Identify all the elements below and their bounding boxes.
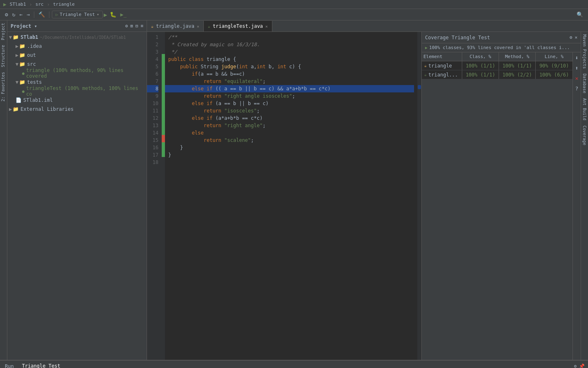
coverage-line-triangle: 90% (9/10) — [536, 61, 572, 70]
tab-close-triangletest[interactable]: ✕ — [265, 24, 268, 29]
code-line-6: if(a == b && b==c) — [168, 70, 417, 78]
tree-item-extlibs[interactable]: ▶ 📁 External Libraries — [7, 105, 147, 114]
title-icon: ▶ — [3, 1, 7, 7]
tree-item-triangletest[interactable]: ● triangleTest (100% methods, 100% lines… — [7, 87, 147, 96]
run-panel-tabs: Run Triangle Test ⚙ 📌 — [0, 361, 588, 368]
coverage-settings-icon[interactable]: ⚙ — [570, 35, 572, 40]
code-line-11: return "isosceles"; — [168, 107, 417, 114]
sidebar-header: Project ▾ ⚙ ⊞ ⊟ ≡ — [7, 20, 147, 32]
search-icon[interactable]: 🔍 — [575, 11, 585, 18]
java-icon-triangletest: ☕ — [424, 72, 427, 77]
folder-icon-idea: 📁 — [19, 43, 25, 49]
sidebar-settings-icon[interactable]: ≡ — [140, 23, 143, 29]
coverage-button[interactable]: ▶̲ — [119, 11, 129, 18]
sidebar-tab-structure[interactable]: Structure — [0, 43, 7, 70]
coverage-close-icon[interactable]: ✕ — [575, 35, 577, 40]
line-num: 18 — [147, 159, 158, 166]
tree-item-iml[interactable]: 📄 STlab1.iml — [7, 96, 147, 105]
line-num: 3 — [147, 48, 158, 56]
run-tab-run[interactable]: Run — [3, 364, 16, 368]
tree-label-extlibs: External Libraries — [20, 106, 74, 112]
folder-icon-out: 📁 — [19, 52, 25, 58]
code-line-13: return "right angle"; — [168, 122, 417, 129]
run-settings-icon[interactable]: ⚙ — [574, 364, 577, 368]
line-num: 12 — [147, 114, 158, 122]
toolbar-forward-icon[interactable]: → — [25, 11, 31, 18]
code-line-18 — [168, 159, 417, 166]
toolbar-build-icon[interactable]: 🔨 — [37, 11, 47, 18]
tree-label-iml: STlab1.iml — [23, 97, 53, 103]
sidebar-tab-favorites[interactable]: 2: Favorites — [0, 70, 7, 104]
coverage-col-line-header: Line, % — [536, 52, 572, 61]
coverage-remove-icon[interactable]: ✕ — [575, 74, 579, 82]
tab-icon-triangle: ☕ — [151, 24, 154, 29]
code-line-12: else if (a*a+b*b == c*c) — [168, 114, 417, 122]
line-num: 16 — [147, 144, 158, 151]
tab-label-triangle: triangle.java — [156, 23, 194, 29]
line-num: 17 — [147, 151, 158, 159]
run-config-label: Triangle Test — [60, 12, 95, 17]
title-sep1: › — [29, 2, 32, 7]
sidebar-gear-icon[interactable]: ⚙ — [125, 23, 128, 29]
toolbar-sync-icon[interactable]: ↻ — [11, 11, 17, 18]
right-vertical-tabs: Maven Projects Database Ant Build Covera… — [581, 32, 588, 360]
debug-button[interactable]: 🐛 — [108, 11, 118, 18]
coverage-method-triangletest: 100% (2/2) — [499, 70, 536, 79]
tab-triangle-java[interactable]: ☕ triangle.java ✕ — [147, 21, 204, 31]
right-tab-maven[interactable]: Maven Projects — [581, 32, 588, 71]
code-line-17: } — [168, 151, 417, 159]
code-line-5: public String judge(int a,int b, int c) … — [168, 63, 417, 70]
sidebar-tab-project[interactable]: Project — [0, 20, 7, 43]
run-config-chevron: ▾ — [96, 12, 99, 17]
tree-item-stlab1[interactable]: ▼ 📁 STlab1 ~/Documents/Intellideal/IDEA/… — [7, 33, 147, 42]
run-tab-triangle[interactable]: Triangle Test — [20, 363, 62, 368]
coverage-export-icon[interactable]: ⬇ — [575, 54, 579, 62]
coverage-row-triangletest[interactable]: ☕ triangl... 100% (1/1) 100% (2/2) 100% … — [422, 70, 572, 79]
code-line-9: return "right angle isosceles"; — [168, 92, 417, 100]
code-line-7: return "equilateral"; — [168, 78, 417, 85]
coverage-gutter — [162, 32, 165, 360]
line-num: 7 — [147, 78, 158, 85]
title-file[interactable]: triangle — [53, 2, 75, 7]
coverage-summary-icon: ▶ — [425, 45, 428, 50]
toolbar-settings-icon[interactable]: ⚙ — [3, 11, 10, 18]
sidebar-expand-icon[interactable]: ⊞ — [130, 23, 133, 29]
line-num: 11 — [147, 107, 158, 114]
sidebar-collapse-icon[interactable]: ⊟ — [136, 23, 138, 29]
folder-icon-extlibs: 📁 — [13, 106, 19, 112]
code-line-16: } — [168, 144, 417, 151]
code-line-4: public class triangle { — [168, 56, 417, 63]
coverage-row-triangle[interactable]: ☕ triangle 100% (1/1) 100% (1/1) 90% (9/… — [422, 61, 572, 70]
line-num: 6 — [147, 70, 158, 78]
line-numbers: 1 2 3 4 5 6 7 8 9 10 11 12 13 14 15 16 1 — [147, 32, 162, 360]
coverage-help-icon[interactable]: ? — [575, 85, 579, 92]
coverage-class-triangletest: 100% (1/1) — [462, 70, 499, 79]
coverage-import-icon[interactable]: ⬆ — [575, 64, 579, 72]
run-button[interactable]: ▶ — [104, 11, 107, 18]
java-icon-triangle: ☕ — [424, 63, 427, 68]
line-num: 14 — [147, 129, 158, 137]
title-app[interactable]: STlab1 — [10, 2, 26, 7]
tree-item-idea[interactable]: ▶ 📁 .idea — [7, 42, 147, 51]
coverage-method-triangle: 100% (1/1) — [499, 61, 536, 70]
coverage-element-triangletest: ☕ triangl... — [422, 70, 462, 79]
right-tab-database[interactable]: Database — [581, 71, 588, 96]
run-pin-icon[interactable]: 📌 — [579, 364, 585, 368]
coverage-element-triangle: ☕ triangle — [422, 61, 462, 70]
tab-triangletest-java[interactable]: ☕ triangleTest.java ✕ — [204, 21, 272, 31]
tab-icon-triangletest: ☕ — [208, 24, 210, 29]
tree-label-src: src — [27, 61, 36, 67]
tab-label-triangletest: triangleTest.java — [213, 23, 263, 29]
right-tab-coverage[interactable]: Coverage — [581, 123, 588, 148]
code-editor[interactable]: /** * Created by magic on 16/3/18. */ pu… — [165, 32, 417, 360]
toolbar-back-icon[interactable]: ← — [18, 11, 24, 18]
code-line-10: else if (a == b || b == c) — [168, 100, 417, 107]
tab-close-triangle[interactable]: ✕ — [197, 24, 199, 29]
title-src[interactable]: src — [36, 2, 44, 7]
tree-item-out[interactable]: ▶ 📁 out — [7, 51, 147, 60]
right-tab-ant[interactable]: Ant Build — [581, 96, 588, 123]
titlebar: ▶ STlab1 › src › triangle — [0, 0, 588, 9]
run-config-selector[interactable]: ▷ Triangle Test ▾ — [52, 11, 103, 18]
tree-item-triangle[interactable]: ● triangle (100% methods, 90% lines cove… — [7, 69, 147, 78]
top-toolbar: ⚙ ↻ ← → 🔨 ▷ Triangle Test ▾ ▶ 🐛 ▶̲ 🔍 — [0, 9, 588, 20]
